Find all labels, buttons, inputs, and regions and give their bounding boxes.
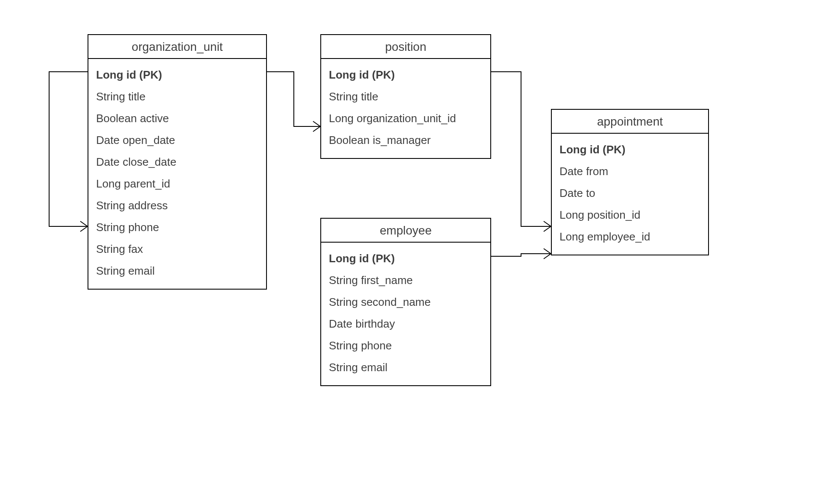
attr-pk: Long id (PK)	[329, 248, 483, 270]
attr-pk: Long id (PK)	[559, 139, 700, 161]
rel-orgunit-position	[267, 72, 320, 126]
attr: String title	[329, 86, 483, 108]
attr: Long parent_id	[96, 173, 258, 195]
attr: Long organization_unit_id	[329, 108, 483, 129]
attr: String second_name	[329, 291, 483, 313]
crowfoot-icon	[80, 221, 88, 231]
attr: String email	[96, 260, 258, 282]
attr: String phone	[329, 335, 483, 357]
attr: String address	[96, 195, 258, 217]
attr: Date open_date	[96, 129, 258, 151]
entity-title: employee	[321, 219, 490, 243]
entity-position: position Long id (PK) String title Long …	[320, 34, 491, 159]
entity-appointment: appointment Long id (PK) Date from Date …	[551, 109, 709, 255]
entity-title: organization_unit	[88, 35, 266, 59]
entity-title: appointment	[552, 110, 708, 134]
entity-employee: employee Long id (PK) String first_name …	[320, 218, 491, 386]
attr: Date close_date	[96, 151, 258, 173]
attr: Date to	[559, 182, 700, 204]
crowfoot-icon	[544, 249, 551, 259]
attr: Boolean active	[96, 108, 258, 129]
attr-pk: Long id (PK)	[96, 64, 258, 86]
attr: Long position_id	[559, 204, 700, 226]
crowfoot-icon	[313, 121, 320, 132]
entity-body: Long id (PK) String first_name String se…	[321, 243, 490, 385]
rel-employee-appointment	[491, 254, 551, 256]
entity-body: Long id (PK) String title Boolean active…	[88, 59, 266, 289]
er-diagram-canvas: organization_unit Long id (PK) String ti…	[0, 0, 820, 504]
crowfoot-icon	[544, 221, 551, 231]
rel-position-appointment	[491, 72, 551, 226]
rel-orgunit-self	[49, 72, 88, 226]
attr: Date from	[559, 161, 700, 182]
attr-pk: Long id (PK)	[329, 64, 483, 86]
entity-body: Long id (PK) Date from Date to Long posi…	[552, 134, 708, 255]
entity-body: Long id (PK) String title Long organizat…	[321, 59, 490, 158]
attr: String first_name	[329, 270, 483, 291]
attr: String email	[329, 357, 483, 378]
attr: Date birthday	[329, 313, 483, 335]
attr: Long employee_id	[559, 226, 700, 248]
attr: String fax	[96, 238, 258, 260]
entity-title: position	[321, 35, 490, 59]
attr: String title	[96, 86, 258, 108]
entity-organization-unit: organization_unit Long id (PK) String ti…	[88, 34, 267, 290]
attr: Boolean is_manager	[329, 129, 483, 151]
attr: String phone	[96, 217, 258, 238]
